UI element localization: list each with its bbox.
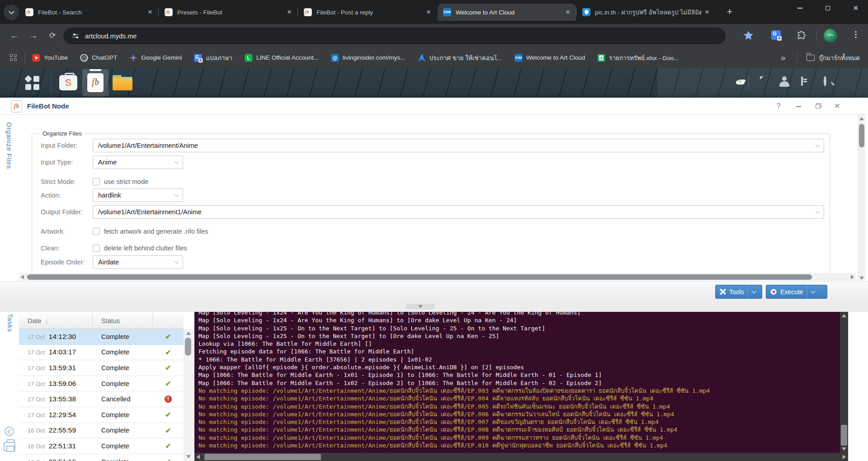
bookmark-item[interactable]: ประกาศ ขาย ให้เช่าคอนโ...: [418, 53, 502, 63]
bookmark-item[interactable]: แปลภาษา: [194, 53, 232, 63]
scroll-right-icon[interactable]: [843, 455, 846, 459]
bookmark-star-icon[interactable]: [744, 31, 753, 42]
bookmark-item[interactable]: ChatGPT: [80, 54, 117, 62]
column-header-status[interactable]: Status: [93, 313, 153, 329]
tab-close-icon[interactable]: ✕: [703, 9, 711, 16]
form-vertical-scrollbar[interactable]: [858, 115, 865, 282]
browser-maximize-button[interactable]: [817, 0, 838, 16]
bookmarks-overflow-icon[interactable]: »: [781, 53, 786, 63]
bookmark-item[interactable]: Welcome to Art Cloud: [514, 54, 585, 62]
table-row[interactable]: 17 Oct 13:59:31 Complete: [19, 360, 184, 376]
browser-close-button[interactable]: ✕: [845, 0, 866, 16]
output-folder-combobox[interactable]: /volume1/Art/Entertainment1/Anime: [93, 205, 824, 219]
execute-button[interactable]: Execute: [766, 285, 827, 299]
window-help-button[interactable]: ?: [773, 101, 784, 111]
window-close-button[interactable]: ✕: [832, 101, 843, 111]
bookmark-item[interactable]: LINE Official Account...: [245, 54, 319, 62]
table-row[interactable]: 17 Oct 13:55:38 Cancelled: [19, 391, 184, 407]
side-tab-tasks[interactable]: Tasks: [6, 314, 14, 332]
taskbar-app-package[interactable]: [55, 69, 81, 96]
browser-tab[interactable]: pic.in.th - ฝากรูปฟรี อัพโหลดรูป ไม่มีลิ…: [577, 4, 715, 21]
window-minimize-button[interactable]: [793, 101, 804, 111]
tab-close-icon[interactable]: ✕: [286, 9, 293, 16]
browser-tab[interactable]: Welcome to Art Cloud ✕: [438, 4, 576, 21]
log-horizontal-scrollbar[interactable]: [194, 453, 848, 461]
address-bar[interactable]: artcloud.myds.me: [63, 28, 726, 44]
table-row[interactable]: 17 Oct 12:29:54 Complete: [19, 407, 184, 423]
scrollbar-thumb[interactable]: [859, 124, 864, 147]
scrollbar-thumb[interactable]: [841, 425, 847, 446]
form-horizontal-scrollbar[interactable]: [19, 273, 856, 281]
window-maximize-button[interactable]: [812, 101, 823, 111]
main-menu-button[interactable]: [18, 71, 46, 95]
translate-icon[interactable]: [771, 30, 781, 42]
site-settings-icon[interactable]: [70, 30, 81, 42]
profile-avatar[interactable]: [824, 29, 837, 42]
column-header-date[interactable]: Date ↓: [19, 313, 93, 329]
new-tab-button[interactable]: +: [723, 6, 736, 19]
chevron-down-icon[interactable]: [816, 143, 820, 147]
scroll-down-icon[interactable]: [842, 447, 846, 451]
apps-grid-icon[interactable]: [10, 54, 17, 61]
table-row[interactable]: 17 Oct 14:12:30 Complete: [19, 329, 184, 345]
artwork-checkbox[interactable]: [93, 228, 100, 235]
tools-button[interactable]: Tools: [715, 285, 762, 299]
side-tab-organize-files[interactable]: Organize Files: [5, 122, 13, 169]
input-folder-combobox[interactable]: /volume1/Art/Entertainment/Anime: [93, 139, 824, 152]
forward-button[interactable]: →: [27, 29, 40, 42]
tasks-vertical-scrollbar[interactable]: [184, 329, 193, 461]
pane-splitter[interactable]: [0, 301, 868, 312]
strict-mode-checkbox-label[interactable]: use strict mode: [104, 178, 148, 185]
taskbar-app-filebot[interactable]: [82, 69, 108, 96]
bookmark-item[interactable]: YouTube: [32, 54, 68, 62]
all-bookmarks-label[interactable]: บุ๊กมาร์กทั้งหมด: [819, 53, 860, 63]
chevron-down-icon[interactable]: [811, 289, 815, 293]
bookmark-item[interactable]: รายการทรัพย์.xlsx - Goo...: [597, 53, 679, 63]
chevron-down-icon[interactable]: [751, 289, 756, 293]
table-row[interactable]: 16 Oct 22:55:59 Complete: [19, 423, 184, 439]
bookmark-item[interactable]: Google Gemini: [129, 54, 182, 62]
log-console[interactable]: Map [Solo Leveling - 1x24 - Are You the …: [194, 312, 840, 453]
splitter-collapse-handle[interactable]: [406, 304, 435, 310]
scroll-down-icon[interactable]: [859, 277, 864, 280]
column-header-icon[interactable]: [153, 313, 184, 329]
scrollbar-thumb[interactable]: [27, 274, 812, 280]
widgets-button[interactable]: [801, 77, 803, 85]
table-row[interactable]: 16 Oct 22:51:16 Complete: [19, 454, 184, 461]
bookmark-item[interactable]: livinginsider.com/mys...: [331, 54, 406, 62]
browser-tab[interactable]: Presets - FileBot ✕: [159, 4, 297, 21]
clean-checkbox[interactable]: [93, 245, 100, 252]
window-title-bar[interactable]: FileBot Node ? ✕: [0, 98, 868, 115]
scroll-right-icon[interactable]: [851, 275, 854, 279]
scroll-up-icon[interactable]: [186, 332, 191, 335]
input-type-select[interactable]: Anime: [93, 155, 183, 169]
back-button[interactable]: ←: [8, 29, 21, 42]
reload-button[interactable]: ⟳: [46, 29, 59, 42]
table-row[interactable]: 17 Oct 14:03:17 Complete: [19, 345, 184, 361]
action-select[interactable]: hardlink: [93, 188, 183, 202]
tab-search-button[interactable]: [4, 5, 19, 20]
scroll-up-icon[interactable]: [842, 314, 846, 317]
browser-menu-icon[interactable]: [852, 30, 860, 42]
tab-close-icon[interactable]: ✕: [425, 9, 432, 16]
table-row[interactable]: 17 Oct 13:59:06 Complete: [19, 376, 184, 392]
scrollbar-thumb[interactable]: [204, 454, 321, 460]
table-row[interactable]: 16 Oct 22:51:31 Complete: [19, 438, 184, 454]
search-button[interactable]: [824, 77, 826, 85]
scroll-left-icon[interactable]: [21, 275, 24, 279]
scroll-up-icon[interactable]: [859, 117, 864, 120]
url-text[interactable]: artcloud.myds.me: [85, 33, 137, 40]
printer-icon[interactable]: [4, 442, 15, 451]
browser-minimize-button[interactable]: [789, 0, 810, 16]
extensions-icon[interactable]: [797, 31, 807, 42]
browser-tab[interactable]: FileBot - Post a reply ✕: [298, 4, 437, 21]
browser-tab[interactable]: FileBot - Search ✕: [20, 4, 158, 21]
scroll-down-icon[interactable]: [186, 455, 191, 458]
log-vertical-scrollbar[interactable]: [840, 312, 848, 453]
taskbar-app-filestation[interactable]: [109, 69, 136, 96]
tab-close-icon[interactable]: ✕: [146, 9, 154, 16]
chevron-down-icon[interactable]: [816, 209, 820, 214]
scroll-left-icon[interactable]: [197, 455, 200, 459]
tab-close-icon[interactable]: ✕: [564, 9, 571, 16]
clean-checkbox-label[interactable]: delete left behind clutter files: [104, 245, 187, 252]
